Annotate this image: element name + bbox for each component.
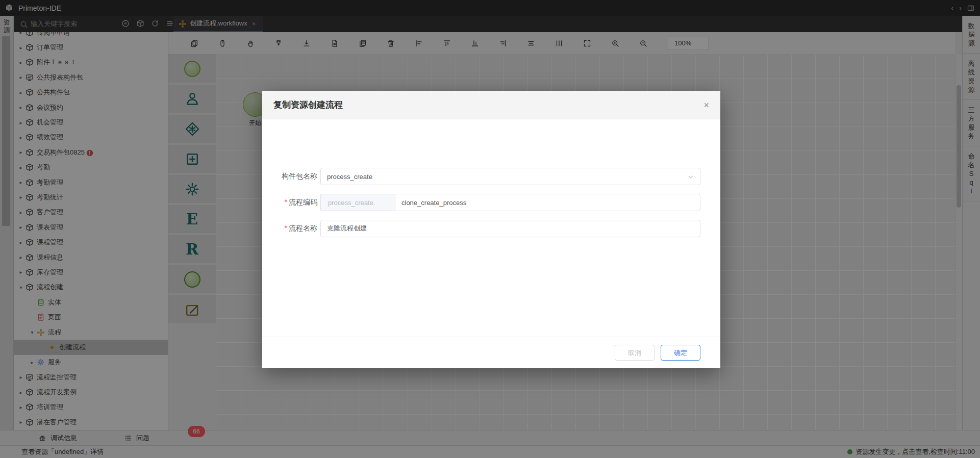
ok-button[interactable]: 确定: [661, 345, 700, 361]
package-name-select[interactable]: process_create: [320, 168, 700, 185]
chevron-down-icon: [687, 173, 694, 180]
dialog-field-row: *流程名称: [262, 220, 720, 237]
select-value: process_create: [327, 173, 372, 181]
dialog-body: 构件包名称process_create*流程编码process_create.*…: [262, 119, 720, 337]
dialog-field-row: 构件包名称process_create: [262, 168, 720, 185]
process-code-prefix: process_create.: [320, 194, 395, 211]
process-name-input[interactable]: [320, 220, 700, 237]
required-asterisk: *: [285, 224, 287, 232]
required-asterisk: *: [285, 198, 287, 206]
field-label: 构件包名称: [215, 172, 317, 181]
dialog-title: 复制资源创建流程: [273, 99, 343, 111]
field-label: *流程编码: [215, 198, 317, 207]
dialog-footer: 取消 确定: [262, 337, 720, 368]
dialog-header: 复制资源创建流程 ×: [262, 91, 720, 119]
dialog-close-icon[interactable]: ×: [703, 100, 709, 110]
process-code-input[interactable]: [395, 194, 700, 211]
dialog-field-row: *流程编码process_create.: [262, 194, 720, 211]
cancel-button[interactable]: 取消: [615, 345, 655, 361]
app-window: Primeton-IDE ‹ › 输入关键字搜索 AI 创建流程.workflo…: [0, 0, 980, 458]
field-label: *流程名称: [215, 224, 317, 233]
copy-resource-dialog: 复制资源创建流程 × 构件包名称process_create*流程编码proce…: [262, 91, 720, 368]
